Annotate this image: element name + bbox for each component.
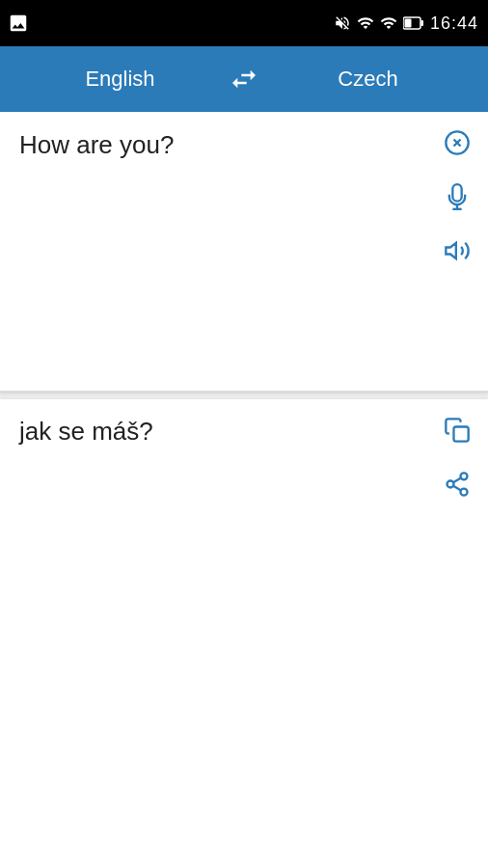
target-language-label[interactable]: Czech [267,67,469,92]
status-bar-right: 16:44 [334,14,478,34]
data-icon [357,14,374,32]
battery-icon [403,16,424,30]
status-bar-left [8,13,29,34]
source-text[interactable]: How are you? [19,129,473,373]
svg-line-14 [453,478,461,483]
swap-languages-button[interactable] [221,56,267,102]
status-time: 16:44 [430,14,478,34]
source-language-label[interactable]: English [19,67,221,92]
signal-icon [380,14,397,32]
svg-line-13 [453,486,461,491]
status-bar: 16:44 [0,0,488,46]
output-actions [440,413,474,502]
input-actions [440,125,474,268]
output-panel: jak se máš? [0,399,488,868]
svg-rect-9 [454,427,469,442]
share-button[interactable] [440,467,474,502]
copy-button[interactable] [440,413,474,448]
mute-icon [334,14,351,32]
svg-rect-1 [420,20,423,26]
svg-point-12 [461,489,468,496]
svg-rect-2 [404,19,411,28]
speak-button[interactable] [440,233,474,268]
svg-point-11 [447,481,454,488]
app-header: English Czech [0,46,488,112]
photo-icon [8,13,29,34]
clear-button[interactable] [440,125,474,160]
translated-text: jak se máš? [19,417,473,851]
content-area: How are you? [0,112,488,868]
svg-marker-8 [446,243,456,258]
svg-point-10 [461,473,468,479]
input-panel: How are you? [0,112,488,392]
microphone-button[interactable] [440,179,474,214]
